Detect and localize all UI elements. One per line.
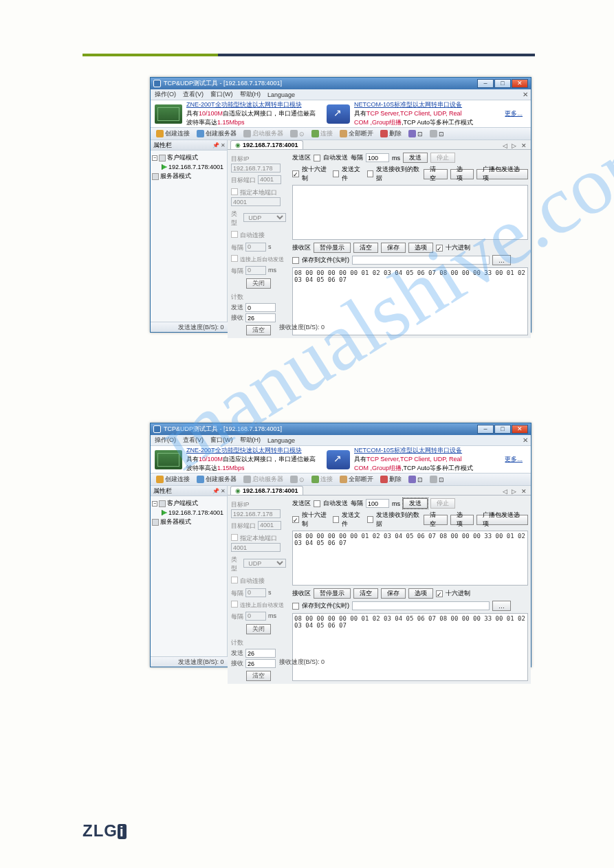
window-title: TCP&UDP测试工具 - [192.168.7.178:4001] xyxy=(164,79,282,88)
app-icon xyxy=(153,80,161,87)
zlg-logo: ZLGi xyxy=(83,821,127,841)
maximize-button[interactable]: □ xyxy=(494,425,511,434)
stop-button: 停止 xyxy=(430,153,455,163)
tb-create-srv[interactable]: 创建服务器 xyxy=(194,129,239,138)
send-area-label: 发送区 xyxy=(292,153,311,162)
maximize-button[interactable]: □ xyxy=(494,79,511,88)
target-ip-input[interactable] xyxy=(231,164,281,173)
chip-image xyxy=(155,104,182,124)
router-image xyxy=(327,104,350,124)
recv-opt-button[interactable]: 选项 xyxy=(408,243,433,253)
tx-speed: 发送速度(B/S): 0 xyxy=(151,323,252,332)
tb-9[interactable]: ⊡ xyxy=(427,130,447,137)
auto-send-check xyxy=(231,255,238,262)
auto-interval-2 xyxy=(245,266,266,275)
broadcast-button[interactable]: 广播包发送选项 xyxy=(476,169,528,179)
auto-conn-check xyxy=(231,231,238,238)
rx-speed: 接收速度(B/S): 0 xyxy=(252,323,353,332)
tb-start-srv: 启动服务器 xyxy=(241,129,286,138)
local-port-input xyxy=(231,197,281,206)
tb-delete[interactable]: 删除 xyxy=(377,129,404,138)
tree-client-mode[interactable]: −客户端模式 xyxy=(152,153,226,163)
send-button[interactable]: 发送 xyxy=(403,153,428,163)
recv-area-label: 接收区 xyxy=(292,243,311,252)
menu-help[interactable]: 帮助(H) xyxy=(240,90,261,99)
recv-hex-check[interactable]: ✓ xyxy=(436,245,443,252)
hex-check[interactable]: ✓ xyxy=(292,170,299,177)
menu-bar: 操作(O) 查看(V) 窗口(W) 帮助(H) Language ✕ xyxy=(151,89,531,100)
send-count[interactable] xyxy=(245,303,276,312)
tb-8[interactable]: ⊡ xyxy=(406,130,426,137)
auto-send-check2[interactable] xyxy=(314,155,320,162)
mdi-close-icon[interactable]: ✕ xyxy=(523,91,528,98)
recv-count[interactable] xyxy=(245,313,276,322)
tb-4: ⊙ xyxy=(287,130,307,137)
tab-conn[interactable]: ◉192.168.7.178:4001 xyxy=(230,140,303,149)
minimize-button[interactable]: – xyxy=(477,425,494,434)
send-textarea[interactable] xyxy=(292,185,528,240)
sidebar: 属性栏📌 ✕ −客户端模式 192.168.7.178:4001 服务器模式 xyxy=(151,140,228,322)
menu-win[interactable]: 窗口(W) xyxy=(210,90,233,99)
minimize-button[interactable]: – xyxy=(477,79,494,88)
target-port-input[interactable] xyxy=(258,175,281,184)
auto-interval-1 xyxy=(245,243,266,252)
menu-view[interactable]: 查看(V) xyxy=(183,90,204,99)
save-button[interactable]: 保存 xyxy=(381,243,406,253)
tb-conn: 连接 xyxy=(309,129,336,138)
send-count-b[interactable] xyxy=(245,649,276,658)
title-bar[interactable]: TCP&UDP测试工具 - [192.168.7.178:4001] – □ ✕ xyxy=(151,78,531,89)
app-window-2: TCP&UDP测试工具 - [192.168.7.178:4001] – □ ✕… xyxy=(150,423,531,667)
sendfile-check[interactable] xyxy=(333,170,339,177)
send-textarea-b[interactable]: 08 00 00 00 00 00 01 02 03 04 05 06 07 0… xyxy=(292,531,528,586)
banner-link-2[interactable]: NETCOM-10S标准型以太网转串口设备 xyxy=(354,101,462,108)
tree-server-mode[interactable]: 服务器模式 xyxy=(152,171,226,181)
pause-button[interactable]: 暂停显示 xyxy=(314,243,351,253)
pin-icon[interactable]: 📌 ✕ xyxy=(212,142,226,148)
clear-send-button[interactable]: 清空 xyxy=(424,169,447,179)
banner-link-1[interactable]: ZNE-200T全功能型快速以太网转串口模块 xyxy=(186,101,302,108)
browse-button[interactable]: … xyxy=(492,255,511,265)
clear-recv-button[interactable]: 清空 xyxy=(353,243,378,253)
app-icon xyxy=(153,425,161,433)
tree-conn-item[interactable]: 192.168.7.178:4001 xyxy=(152,163,226,171)
title-bar[interactable]: TCP&UDP测试工具 - [192.168.7.178:4001] – □ ✕ xyxy=(151,423,531,435)
close-conn-button[interactable]: 关闭 xyxy=(246,278,271,289)
menu-lang[interactable]: Language xyxy=(267,91,295,98)
banner: ZNE-200T全功能型快速以太网转串口模块 具有10/100M自适应以太网接口… xyxy=(151,100,531,128)
tb-disc-all[interactable]: 全部断开 xyxy=(337,129,376,138)
more-link[interactable]: 更多... xyxy=(505,109,523,118)
toolbar: 创建连接 创建服务器 启动服务器 ⊙ 连接 全部断开 删除 ⊡ ⊡ xyxy=(151,128,531,140)
save-file-check[interactable] xyxy=(292,257,299,264)
sidebar-title: 属性栏 xyxy=(153,141,172,150)
type-select: UDP xyxy=(243,213,286,222)
send-button-active[interactable]: 发送 xyxy=(403,498,428,509)
save-path-input[interactable] xyxy=(352,256,490,265)
menu-op[interactable]: 操作(O) xyxy=(155,90,176,99)
app-window-1: TCP&UDP测试工具 - [192.168.7.178:4001] – □ ✕… xyxy=(150,77,531,333)
tb-create-conn[interactable]: 创建连接 xyxy=(153,129,193,138)
send-interval[interactable] xyxy=(366,153,389,162)
window-title: TCP&UDP测试工具 - [192.168.7.178:4001] xyxy=(164,425,282,434)
tab-controls[interactable]: ◁ ▷ ✕ xyxy=(503,142,528,149)
close-button[interactable]: ✕ xyxy=(512,79,528,88)
echo-check[interactable] xyxy=(367,170,373,177)
local-port-check xyxy=(231,188,238,195)
recv-textarea-b[interactable]: 08 00 00 00 00 00 01 02 03 04 05 06 07 0… xyxy=(292,613,528,681)
opt-button[interactable]: 选项 xyxy=(450,169,474,179)
close-button[interactable]: ✕ xyxy=(512,425,528,434)
